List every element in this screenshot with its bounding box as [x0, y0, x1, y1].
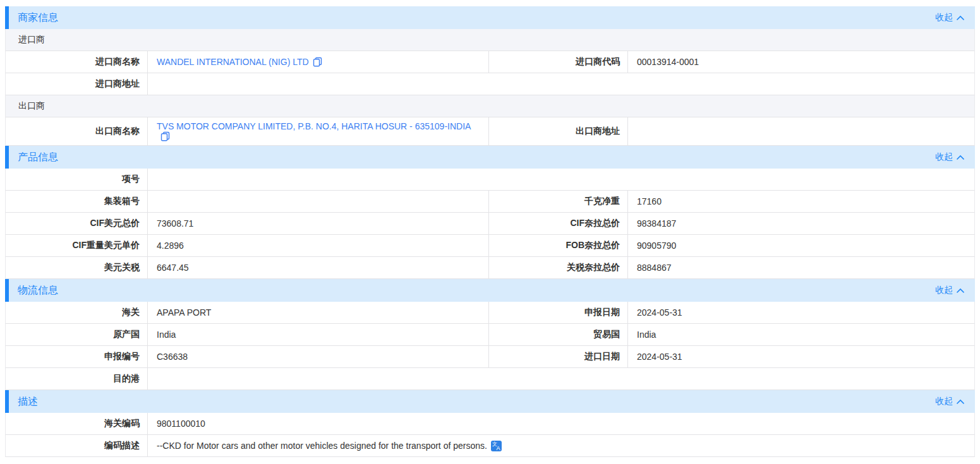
section-body-logistics: 海关 APAPA PORT 申报日期 2024-05-31 原产国 India … [5, 302, 975, 390]
section-title: 物流信息 [18, 284, 58, 297]
field-value [148, 73, 974, 95]
section-body-description: 海关编码 9801100010 编码描述 --CKD for Motor car… [5, 413, 975, 457]
field-label: 海关编码 [6, 413, 148, 434]
chevron-up-icon [956, 288, 965, 294]
field-value: 6647.45 [148, 257, 489, 278]
field-value: 4.2896 [148, 235, 489, 256]
field-label: 进口商代码 [489, 51, 628, 73]
collapse-button[interactable]: 收起 [935, 152, 965, 163]
field-value [148, 191, 489, 212]
importer-name-link[interactable]: WANDEL INTERNATIONAL (NIG) LTD [157, 57, 322, 67]
field-value: 90905790 [628, 235, 974, 256]
field-value: C36638 [148, 346, 489, 367]
table-row: 项号 [6, 169, 974, 191]
collapse-button[interactable]: 收起 [935, 12, 965, 23]
section-header-merchant: 商家信息 收起 [5, 6, 975, 29]
chevron-up-icon [956, 399, 965, 405]
field-value: India [628, 324, 974, 345]
field-value: WANDEL INTERNATIONAL (NIG) LTD [148, 51, 489, 73]
translate-icon[interactable]: 文A [491, 441, 502, 451]
exporter-name-link[interactable]: TVS MOTOR COMPANY LIMITED, P.B. NO.4, HA… [157, 121, 482, 141]
section-description: 描述 收起 海关编码 9801100010 编码描述 --CKD for Mot… [5, 390, 975, 457]
field-value: 73608.71 [148, 213, 489, 234]
table-row: 美元关税 6647.45 关税奈拉总价 8884867 [6, 257, 974, 279]
collapse-label: 收起 [935, 285, 953, 296]
section-title: 商家信息 [18, 11, 58, 25]
copy-icon[interactable] [313, 57, 322, 67]
subsection-exporter: 出口商 [6, 95, 974, 117]
field-label: 进口商地址 [6, 73, 148, 95]
section-body-merchant: 进口商 进口商名称 WANDEL INTERNATIONAL (NIG) LTD… [5, 29, 975, 146]
table-row: CIF美元总价 73608.71 CIF奈拉总价 98384187 [6, 213, 974, 235]
field-label: FOB奈拉总价 [489, 235, 628, 256]
field-value: APAPA PORT [148, 302, 489, 323]
copy-icon[interactable] [160, 131, 170, 141]
field-label: 美元关税 [6, 257, 148, 278]
collapse-label: 收起 [935, 12, 953, 23]
field-label: 千克净重 [489, 191, 628, 212]
table-row: 海关编码 9801100010 [6, 413, 974, 435]
table-row: 原产国 India 贸易国 India [6, 324, 974, 346]
field-label: 出口商名称 [6, 117, 148, 145]
field-label: 关税奈拉总价 [489, 257, 628, 278]
chevron-up-icon [956, 155, 965, 160]
section-body-product: 项号 集装箱号 千克净重 17160 CIF美元总价 73608.71 CIF奈… [5, 169, 975, 279]
collapse-label: 收起 [935, 152, 953, 163]
field-label: CIF美元总价 [6, 213, 148, 234]
subsection-label: 出口商 [18, 100, 45, 112]
section-header-logistics: 物流信息 收起 [5, 279, 975, 302]
field-label: 进口日期 [489, 346, 628, 367]
field-value: 17160 [628, 191, 974, 212]
field-value: 00013914-0001 [628, 51, 974, 73]
subsection-importer: 进口商 [6, 29, 974, 51]
section-header-description: 描述 收起 [5, 390, 975, 413]
field-value: 2024-05-31 [628, 346, 974, 367]
field-value [628, 117, 974, 145]
field-label: 项号 [6, 169, 148, 190]
field-label: 申报日期 [489, 302, 628, 323]
table-row: 出口商名称 TVS MOTOR COMPANY LIMITED, P.B. NO… [6, 117, 974, 146]
code-description-text: --CKD for Motor cars and other motor veh… [157, 441, 487, 451]
field-label: 贸易国 [489, 324, 628, 345]
subsection-label: 进口商 [18, 34, 45, 45]
trade-record-page: 商家信息 收起 进口商 进口商名称 WANDEL INTERNATIONAL (… [0, 0, 980, 463]
collapse-label: 收起 [935, 396, 953, 407]
field-value: India [148, 324, 489, 345]
section-merchant-info: 商家信息 收起 进口商 进口商名称 WANDEL INTERNATIONAL (… [5, 6, 975, 146]
field-value: 9801100010 [148, 413, 974, 434]
field-label: 目的港 [6, 368, 148, 390]
collapse-button[interactable]: 收起 [935, 285, 965, 296]
section-product-info: 产品信息 收起 项号 集装箱号 千克净重 17160 CIF美元总价 73608… [5, 146, 975, 279]
table-row: 海关 APAPA PORT 申报日期 2024-05-31 [6, 302, 974, 324]
field-label: CIF重量美元单价 [6, 235, 148, 256]
field-value: 98384187 [628, 213, 974, 234]
section-logistics-info: 物流信息 收起 海关 APAPA PORT 申报日期 2024-05-31 原产… [5, 279, 975, 390]
field-value: 2024-05-31 [628, 302, 974, 323]
section-title: 描述 [18, 395, 38, 408]
table-row: CIF重量美元单价 4.2896 FOB奈拉总价 90905790 [6, 235, 974, 257]
table-row: 目的港 [6, 368, 974, 390]
field-value: TVS MOTOR COMPANY LIMITED, P.B. NO.4, HA… [148, 117, 489, 145]
field-label: 原产国 [6, 324, 148, 345]
collapse-button[interactable]: 收起 [935, 396, 965, 407]
table-row: 编码描述 --CKD for Motor cars and other moto… [6, 435, 974, 457]
section-header-product: 产品信息 收起 [5, 146, 975, 169]
field-label: 集装箱号 [6, 191, 148, 212]
table-row: 进口商地址 [6, 73, 974, 95]
section-title: 产品信息 [18, 151, 58, 164]
field-value: --CKD for Motor cars and other motor veh… [148, 435, 974, 456]
table-row: 集装箱号 千克净重 17160 [6, 191, 974, 213]
svg-text:A: A [496, 444, 500, 451]
field-value [148, 169, 974, 190]
field-label: CIF奈拉总价 [489, 213, 628, 234]
table-row: 申报编号 C36638 进口日期 2024-05-31 [6, 346, 974, 368]
field-label: 海关 [6, 302, 148, 323]
field-label: 申报编号 [6, 346, 148, 367]
field-label: 进口商名称 [6, 51, 148, 73]
chevron-up-icon [956, 15, 965, 21]
field-label: 出口商地址 [489, 117, 628, 145]
field-value: 8884867 [628, 257, 974, 278]
field-label: 编码描述 [6, 435, 148, 456]
table-row: 进口商名称 WANDEL INTERNATIONAL (NIG) LTD 进口商… [6, 51, 974, 73]
field-value [148, 368, 974, 390]
